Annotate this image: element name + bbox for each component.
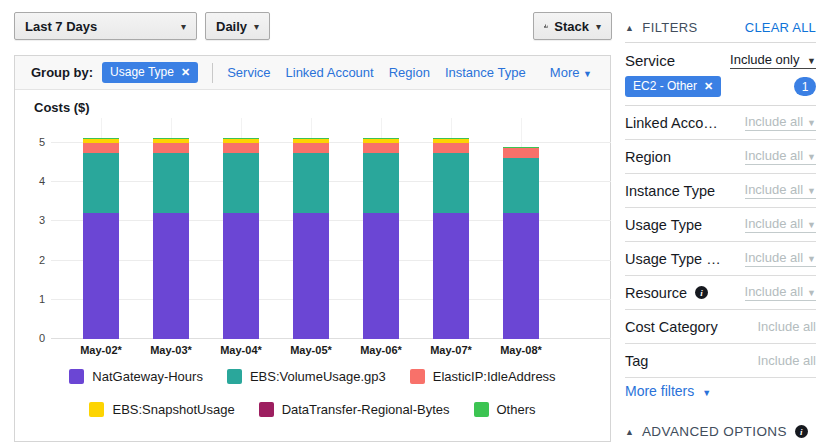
group-by-option-instance-type[interactable]: Instance Type <box>445 65 526 80</box>
bar-segment-ebs-volumeusage-gp3 <box>433 153 469 213</box>
filter-row-dropdown[interactable]: Include all▼ <box>745 182 816 199</box>
bar-segment-ebs-volumeusage-gp3 <box>83 153 119 213</box>
group-by-options: ServiceLinked AccountRegionInstance Type <box>227 65 540 80</box>
bar-segment-natgateway-hours <box>363 213 399 339</box>
filters-panel: ▲ FILTERS CLEAR ALL Service Include only… <box>625 0 816 447</box>
bar-segment-natgateway-hours <box>153 213 189 339</box>
filters-collapse-toggle[interactable]: ▲ FILTERS <box>625 20 698 35</box>
service-filter-label: Service <box>625 52 675 69</box>
legend-swatch <box>89 402 104 417</box>
filter-row-dropdown[interactable]: Include all▼ <box>745 284 816 301</box>
clear-all-button[interactable]: CLEAR ALL <box>745 20 816 35</box>
legend-item-others: Others <box>474 402 536 417</box>
filter-row-dropdown: Include all <box>757 319 816 334</box>
filter-row-resource: ResourceiInclude all▼ <box>625 276 816 310</box>
chevron-down-icon: ▼ <box>807 56 816 66</box>
filter-row-dropdown[interactable]: Include all▼ <box>745 250 816 267</box>
close-icon[interactable]: ✕ <box>704 80 713 93</box>
legend-item-ebs-snapshotusage: EBS:SnapshotUsage <box>89 402 234 417</box>
filter-row-region: RegionInclude all▼ <box>625 140 816 174</box>
close-icon[interactable]: ✕ <box>181 66 190 79</box>
group-by-option-region[interactable]: Region <box>389 65 430 80</box>
filter-row-tag: TagInclude all <box>625 344 816 378</box>
bar-segment-ebs-snapshotusage <box>153 139 189 143</box>
filter-row-label: Usage Type <box>625 217 702 233</box>
bar-segment-elasticip-idleaddress <box>223 143 259 153</box>
chevron-down-icon: ▼ <box>583 69 592 79</box>
service-mode-dropdown[interactable]: Include only ▼ <box>730 52 816 69</box>
filter-row-instance-type: Instance TypeInclude all▼ <box>625 174 816 208</box>
chevron-down-icon: ▼ <box>807 254 816 264</box>
divider <box>212 63 213 83</box>
divider <box>625 42 816 43</box>
x-axis-label: May-05* <box>276 344 346 356</box>
bar-segment-ebs-volumeusage-gp3 <box>363 153 399 213</box>
legend-label: DataTransfer-Regional-Bytes <box>282 402 450 417</box>
y-axis-tick-label: 3 <box>19 214 45 226</box>
bar-segment-ebs-snapshotusage <box>363 139 399 143</box>
x-axis-label: May-06* <box>346 344 416 356</box>
y-axis-tick-label: 0 <box>19 332 45 344</box>
group-by-option-linked-account[interactable]: Linked Account <box>286 65 374 80</box>
gridline <box>51 142 611 143</box>
filter-row-dropdown[interactable]: Include all▼ <box>745 216 816 233</box>
y-axis-tick-label: 4 <box>19 175 45 187</box>
legend-swatch <box>259 402 274 417</box>
bar-segment-elasticip-idleaddress <box>433 143 469 153</box>
legend-swatch <box>474 402 489 417</box>
chart-type-value: Stack <box>554 19 589 34</box>
filter-rows: Linked Acco…Include all▼RegionInclude al… <box>625 106 816 378</box>
bar-segment-others <box>503 147 539 148</box>
group-by-option-service[interactable]: Service <box>227 65 270 80</box>
bar-segment-others <box>223 138 259 139</box>
info-icon: i <box>795 425 808 438</box>
bar-segment-ebs-snapshotusage <box>83 139 119 143</box>
filter-row-label: Cost Category <box>625 319 718 335</box>
granularity-value: Daily <box>216 19 247 34</box>
chevron-down-icon: ▼ <box>807 220 816 230</box>
filter-row-label: Resourcei <box>625 285 708 301</box>
x-axis-label: May-04* <box>206 344 276 356</box>
y-axis-tick-label: 1 <box>19 293 45 305</box>
x-axis-label: May-03* <box>136 344 206 356</box>
bar-segment-others <box>293 138 329 139</box>
chevron-down-icon: ▼ <box>807 152 816 162</box>
date-range-dropdown[interactable]: Last 7 Days ▾ <box>14 12 197 40</box>
x-axis-label: May-08* <box>486 344 556 356</box>
bar-segment-natgateway-hours <box>223 213 259 339</box>
chevron-up-icon: ▲ <box>625 23 634 33</box>
filter-row-dropdown: Include all <box>757 353 816 368</box>
legend-item-elasticip-idleaddress: ElasticIP:IdleAddress <box>410 369 556 384</box>
bar-segment-ebs-volumeusage-gp3 <box>153 153 189 213</box>
bar-segment-ebs-volumeusage-gp3 <box>223 153 259 213</box>
x-axis-label: May-02* <box>66 344 136 356</box>
chevron-up-icon: ▲ <box>625 427 634 437</box>
more-filters-link[interactable]: More filters ▼ <box>625 383 711 399</box>
filter-tag-label: EC2 - Other <box>633 79 697 93</box>
chart-type-dropdown[interactable]: Stack ▾ <box>533 12 612 40</box>
legend-item-datatransfer-regional-bytes: DataTransfer-Regional-Bytes <box>259 402 450 417</box>
bar-chart-icon <box>544 20 548 32</box>
filter-row-label: Usage Type … <box>625 251 721 267</box>
group-by-label: Group by: <box>31 65 93 80</box>
advanced-options-toggle[interactable]: ▲ ADVANCED OPTIONS i <box>625 424 808 439</box>
chevron-down-icon: ▼ <box>807 118 816 128</box>
filter-count-badge: 1 <box>794 77 816 96</box>
bar-segment-elasticip-idleaddress <box>503 148 539 158</box>
group-by-more-dropdown[interactable]: More ▼ <box>550 65 592 80</box>
filter-row-dropdown[interactable]: Include all▼ <box>745 114 816 131</box>
filter-row-label: Linked Acco… <box>625 115 718 131</box>
filter-row-dropdown[interactable]: Include all▼ <box>745 148 816 165</box>
chart-card: Group by: Usage Type ✕ ServiceLinked Acc… <box>14 55 611 442</box>
granularity-dropdown[interactable]: Daily ▾ <box>205 12 270 40</box>
bar-segment-elasticip-idleaddress <box>363 143 399 153</box>
filter-row-label: Tag <box>625 353 648 369</box>
bar-segment-ebs-snapshotusage <box>223 139 259 143</box>
chart-title: Costs ($) <box>34 100 90 115</box>
group-by-pill-usage-type[interactable]: Usage Type ✕ <box>102 62 198 83</box>
y-axis-tick-label: 2 <box>19 254 45 266</box>
filter-tag-ec2-other[interactable]: EC2 - Other ✕ <box>625 76 721 97</box>
bar-segment-ebs-volumeusage-gp3 <box>503 158 539 213</box>
legend-label: ElasticIP:IdleAddress <box>433 369 556 384</box>
filter-row-label: Instance Type <box>625 183 715 199</box>
